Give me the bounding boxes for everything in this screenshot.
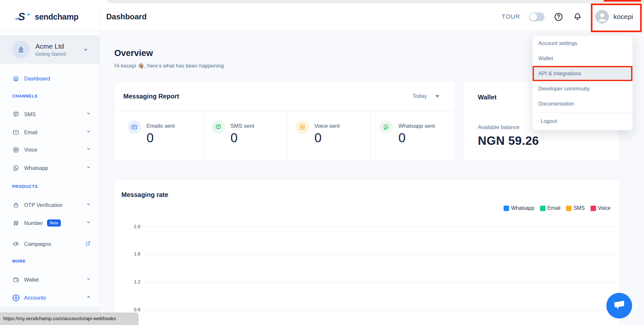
page-title: Dashboard: [106, 3, 147, 31]
legend-label: Voice: [598, 205, 611, 211]
period-dropdown[interactable]: Today: [412, 93, 439, 99]
wallet-icon: [12, 276, 20, 283]
user-menu-button[interactable]: kocepi: [592, 6, 638, 27]
stat-label: SMS sent: [231, 123, 254, 129]
chevron-down-icon: [86, 165, 91, 171]
chevron-down-icon: [86, 146, 91, 153]
chevron-down-icon: [86, 220, 91, 226]
sidebar-item-label: Number: [24, 220, 43, 226]
legend-item-sms: SMS: [566, 205, 585, 211]
legend-item-email: Email: [540, 205, 560, 211]
toggle-knob: [530, 13, 537, 21]
user-dropdown-menu: Account settings Wallet API & Integratio…: [532, 35, 633, 130]
messaging-rate-title: Messaging rate: [121, 191, 620, 199]
beta-badge: Beta: [47, 219, 61, 227]
stat-label: Emails sent: [147, 123, 175, 129]
sidebar-item-accounts[interactable]: Accounts: [12, 292, 92, 303]
menu-item-logout[interactable]: Logout: [533, 114, 632, 129]
stat-emails-sent: Emails sent 0: [115, 111, 203, 161]
stat-voice-sent: Voice sent 0: [287, 111, 371, 161]
sidebar-item-label: OTP Verification: [24, 202, 62, 208]
stat-sms-sent: SMS sent 0: [203, 111, 287, 161]
y-tick-label: 0.8: [130, 307, 140, 312]
legend-label: Whatsapp: [511, 205, 534, 211]
menu-item-api-integrations[interactable]: API & Integrations: [533, 66, 632, 81]
sms-icon: [12, 111, 20, 118]
sidebar-item-number[interactable]: Number Beta: [12, 218, 92, 228]
bell-icon: [573, 12, 582, 22]
sidebar-item-otp-verification[interactable]: OTP Verification: [12, 200, 92, 210]
menu-item-wallet[interactable]: Wallet: [533, 51, 632, 66]
chart-legend: Whatsapp Email SMS Voice: [504, 205, 611, 211]
chevron-down-icon: [86, 202, 91, 208]
notifications-button[interactable]: [573, 12, 582, 22]
building-icon: [17, 45, 25, 54]
legend-chip: [504, 206, 509, 211]
sidebar-item-dashboard[interactable]: Dashboard: [12, 73, 92, 84]
sidebar: Acme Ltd Getting Started Dashboard CHANN…: [0, 31, 100, 325]
org-name: Acme Ltd: [35, 42, 66, 50]
gridline-row: 0.8: [115, 307, 620, 313]
sidebar-item-email[interactable]: Email: [12, 127, 92, 138]
messaging-report-card: Messaging Report Today Emails sent 0: [114, 81, 455, 161]
sidebar-item-label: Email: [24, 129, 37, 135]
stat-label: Whatsapp sent: [398, 123, 435, 129]
sidebar-item-voice[interactable]: Voice: [12, 144, 92, 155]
sidebar-item-campaigns[interactable]: Campaigns: [12, 238, 92, 249]
window-top-strip: [0, 0, 644, 3]
app-screen: S sendchamp Dashboard TOUR: [0, 0, 644, 325]
stat-value: 0: [231, 131, 254, 145]
status-url-tooltip: https://my.sendchamp.com/accounts/api-we…: [0, 313, 138, 325]
messaging-report-title: Messaging Report: [123, 93, 179, 100]
stat-value: 0: [398, 131, 435, 145]
menu-item-account-settings[interactable]: Account settings: [533, 36, 632, 51]
chevron-down-icon: [86, 276, 91, 283]
chevron-up-icon: [86, 294, 91, 301]
gear-icon: [12, 294, 20, 302]
legend-label: Email: [547, 205, 560, 211]
sidebar-heading-channels: CHANNELS: [12, 94, 38, 98]
org-avatar: [12, 41, 30, 58]
megaphone-icon: [12, 240, 20, 248]
annotation-red-segment-top: [604, 0, 641, 2]
sidebar-item-label: Whatsapp: [24, 165, 48, 171]
legend-label: SMS: [573, 205, 585, 211]
sidebar-item-wallet[interactable]: Wallet: [12, 274, 92, 285]
tour-toggle[interactable]: [529, 13, 545, 21]
messaging-rate-card: Messaging rate Whatsapp Email SMS Voice …: [114, 179, 620, 325]
username: kocepi: [613, 13, 633, 21]
brand-logo[interactable]: S sendchamp: [0, 3, 100, 31]
menu-divider: [533, 112, 632, 113]
legend-item-whatsapp: Whatsapp: [504, 205, 534, 211]
svg-text:S: S: [18, 11, 25, 23]
wallet-balance: NGN 59.26: [478, 134, 605, 148]
legend-chip: [591, 206, 596, 211]
sidebar-item-sms[interactable]: SMS: [12, 109, 92, 120]
sidebar-item-label: SMS: [24, 111, 36, 117]
org-subtitle: Getting Started: [35, 51, 66, 57]
stat-label: Voice sent: [315, 123, 340, 129]
legend-chip: [540, 206, 545, 211]
sidebar-item-label: Campaigns: [24, 241, 51, 247]
sidebar-item-whatsapp[interactable]: Whatsapp: [12, 162, 92, 173]
avatar: [595, 10, 609, 23]
menu-item-developer-community[interactable]: Developer commnuity: [533, 81, 632, 96]
period-value: Today: [412, 93, 427, 99]
chevron-down-icon: [86, 129, 91, 135]
org-switcher[interactable]: Acme Ltd Getting Started: [0, 35, 99, 64]
tour-label: TOUR: [502, 13, 520, 20]
chat-launcher-button[interactable]: [606, 293, 632, 319]
legend-chip: [566, 206, 572, 211]
external-link-icon: [85, 240, 91, 248]
sidebar-item-label: Voice: [24, 147, 37, 153]
help-button[interactable]: [554, 12, 564, 22]
brand-wordmark: sendchamp: [35, 12, 78, 22]
header: S sendchamp Dashboard TOUR: [0, 3, 644, 31]
menu-item-documentation[interactable]: Documentation: [533, 96, 632, 111]
whatsapp-icon: [12, 164, 20, 172]
sidebar-item-label: Wallet: [24, 277, 39, 283]
chat-bubble-icon: [606, 293, 632, 319]
sidebar-item-label: Accounts: [24, 295, 46, 301]
home-icon: [12, 75, 20, 82]
overview-greeting: Hi kocepi 👋🏽, here’s what has been happe…: [114, 63, 224, 69]
